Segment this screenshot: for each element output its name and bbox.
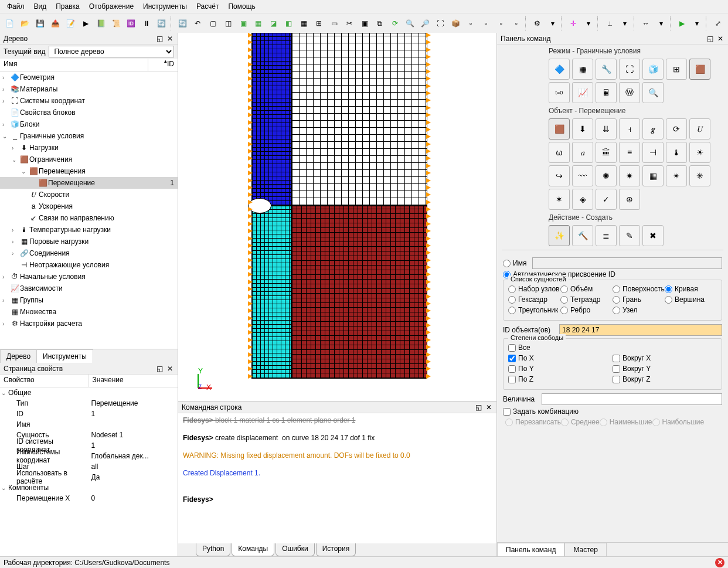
- obj-gravity-icon[interactable]: 𝒈: [642, 118, 664, 140]
- obj-accel-icon[interactable]: 𝑎: [572, 142, 593, 163]
- tree-row[interactable]: 📈Зависимости: [0, 283, 178, 294]
- props-row[interactable]: ТипПеремещение: [0, 398, 178, 409]
- menu-edit[interactable]: Правка: [51, 1, 84, 12]
- tree-row[interactable]: 🟫Перемещение1: [0, 177, 178, 189]
- iso-icon[interactable]: ◧: [282, 16, 296, 30]
- entity-radio[interactable]: [508, 307, 516, 314]
- obj-column-icon[interactable]: 🏛: [596, 142, 617, 163]
- menu-tools[interactable]: Инструменты: [138, 1, 192, 12]
- command-console[interactable]: Fidesys> block 1 material 1 cs 1 element…: [178, 413, 496, 543]
- reset-icon[interactable]: 🔄: [155, 16, 169, 30]
- open-icon[interactable]: 📂: [18, 16, 32, 30]
- dof-rx[interactable]: [613, 355, 620, 362]
- entity-radio[interactable]: [508, 285, 516, 293]
- tree-row[interactable]: ⌄⎯Граничные условия: [0, 130, 178, 142]
- props-row[interactable]: ID1: [0, 409, 178, 419]
- new-icon[interactable]: 📄: [3, 16, 17, 30]
- tree-row[interactable]: ›📚Материалы: [0, 83, 178, 95]
- zoom-out-icon[interactable]: 🔎: [419, 16, 433, 30]
- box-icon[interactable]: 📦: [448, 16, 462, 30]
- mode-geometry-icon[interactable]: 🔷: [549, 59, 570, 80]
- tree-row[interactable]: aУскорения: [0, 200, 178, 212]
- tree-row[interactable]: ⌄🟫Ограничения: [0, 154, 178, 165]
- cmd-tab-history[interactable]: История: [316, 543, 356, 556]
- mode-results-icon[interactable]: Ⓦ: [619, 82, 640, 103]
- more2-icon[interactable]: ▾: [581, 16, 596, 30]
- obj-pore-icon[interactable]: ▦: [642, 165, 664, 186]
- tab-wizard[interactable]: Мастер: [564, 543, 607, 556]
- combo-checkbox[interactable]: [503, 408, 511, 416]
- axis-icon[interactable]: ✛: [566, 16, 580, 30]
- tree-row[interactable]: ›⛶Системы координат: [0, 95, 178, 107]
- close-icon[interactable]: ✕: [166, 35, 174, 43]
- entity-radio[interactable]: [665, 285, 672, 293]
- mode-calc-icon[interactable]: 🖩: [596, 82, 617, 103]
- action-list-icon[interactable]: ≣: [596, 225, 617, 246]
- tree-row[interactable]: ›▦Поровые нагрузки: [0, 236, 178, 247]
- mode-cs-icon[interactable]: ⛶: [619, 59, 640, 80]
- select-icon[interactable]: ▣: [358, 16, 372, 30]
- close-icon[interactable]: ✕: [716, 35, 724, 43]
- zoom-in-icon[interactable]: 🔍: [403, 16, 417, 30]
- menu-file[interactable]: Файл: [2, 1, 29, 12]
- dim1-icon[interactable]: ⟂: [603, 16, 617, 30]
- tree-row[interactable]: ›⏱Начальные условия: [0, 271, 178, 283]
- back-icon[interactable]: ▫: [479, 16, 493, 30]
- dof-all[interactable]: [508, 344, 516, 352]
- tab-tree[interactable]: Дерево: [0, 349, 37, 363]
- tree-row[interactable]: ›⚙Настройки расчета: [0, 318, 178, 329]
- mode-material-icon[interactable]: 🔧: [596, 59, 617, 80]
- obj-conv-icon[interactable]: ↪: [549, 165, 570, 186]
- obj-rad-icon[interactable]: 〰: [572, 165, 593, 186]
- tree-row[interactable]: ›🔷Геометрия: [0, 72, 178, 83]
- tree-row[interactable]: ↙Связи по направлению: [0, 212, 178, 224]
- error-indicator-icon[interactable]: ✕: [715, 558, 724, 567]
- export-icon[interactable]: 📤: [49, 16, 63, 30]
- cmd-tab-errors[interactable]: Ошибки: [275, 543, 315, 556]
- dof-rz[interactable]: [613, 376, 620, 383]
- props-row[interactable]: Имя системы координатГлобальная дек...: [0, 451, 178, 461]
- current-view-select[interactable]: Полное дерево: [49, 46, 174, 57]
- dof-ry[interactable]: [613, 365, 620, 373]
- mode-search-icon[interactable]: 🔍: [642, 82, 664, 103]
- tree-row[interactable]: ›⬇Нагрузки: [0, 142, 178, 154]
- clip-icon[interactable]: ✂: [342, 16, 356, 30]
- fit-icon[interactable]: ⛶: [433, 16, 447, 30]
- undock-icon[interactable]: ◱: [155, 365, 164, 373]
- id-icon[interactable]: 🆔: [124, 16, 138, 30]
- wireframe-icon[interactable]: ▢: [206, 16, 220, 30]
- props-row[interactable]: Имя: [0, 419, 178, 430]
- window-icon[interactable]: ⧉: [373, 16, 387, 30]
- tree-row[interactable]: ⊣Неотражающие условия: [0, 259, 178, 271]
- play-icon[interactable]: 📗: [94, 16, 108, 30]
- save-icon[interactable]: 💾: [33, 16, 47, 30]
- front-icon[interactable]: ▫: [464, 16, 478, 30]
- mode-deps-icon[interactable]: 📈: [572, 82, 593, 103]
- mode-blocks-icon[interactable]: 🧊: [642, 59, 664, 80]
- menu-display[interactable]: Отображение: [84, 1, 138, 12]
- entity-radio[interactable]: [560, 296, 568, 304]
- obj-pressure-icon[interactable]: ⇊: [596, 118, 617, 140]
- obj-src4-icon[interactable]: ◈: [572, 189, 593, 210]
- hidden-icon[interactable]: ◫: [221, 16, 235, 30]
- object-id-input[interactable]: [559, 324, 722, 336]
- run-icon[interactable]: ▶: [675, 16, 689, 30]
- tree-row[interactable]: 📄Свойства блоков: [0, 107, 178, 118]
- more5-icon[interactable]: ▾: [690, 16, 704, 30]
- rotate-icon[interactable]: 🔄: [176, 16, 190, 30]
- dof-x[interactable]: [508, 355, 516, 362]
- tree-row[interactable]: ›▦Группы: [0, 294, 178, 306]
- grid-icon[interactable]: ⊞: [312, 16, 326, 30]
- entity-radio[interactable]: [560, 285, 568, 293]
- obj-temp-icon[interactable]: 🌡: [666, 142, 687, 163]
- action-edit-icon[interactable]: 🔨: [572, 225, 593, 246]
- props-row[interactable]: ⌄Компоненты: [0, 482, 178, 493]
- obj-src3-icon[interactable]: ✶: [549, 189, 570, 210]
- obj-extra-icon[interactable]: ⊛: [619, 189, 640, 210]
- entity-radio[interactable]: [613, 285, 620, 293]
- refresh-icon[interactable]: ⟳: [388, 16, 402, 30]
- more3-icon[interactable]: ▾: [618, 16, 632, 30]
- close-icon[interactable]: ✕: [166, 365, 174, 373]
- entity-radio[interactable]: [560, 307, 568, 314]
- props-row[interactable]: ⌄Общие: [0, 387, 178, 398]
